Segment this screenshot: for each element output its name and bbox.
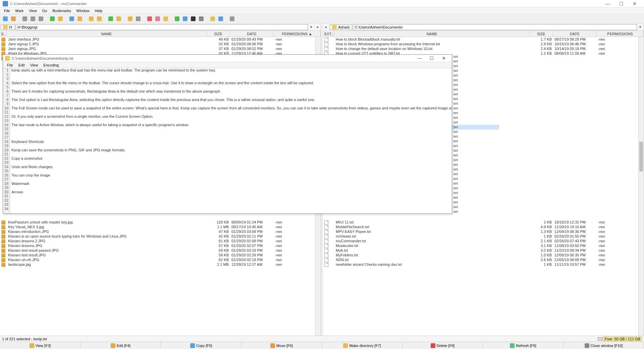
left-nav-back[interactable]: ◂ [315, 25, 320, 29]
editor-close-button[interactable]: ✕ [438, 56, 450, 61]
table-row[interactable]: landscape.jpg 2.1 MB 12/28/19 12:27 AM -… [0, 262, 321, 267]
statusbar: 1 of 221 selected - ksnip.txt Free: 50 G… [0, 336, 644, 342]
toolbar-button-34[interactable] [229, 15, 235, 22]
col-name[interactable]: NAME [334, 31, 530, 37]
menu-mark[interactable]: Mark [13, 8, 26, 13]
editor-menu-edit[interactable]: Edit [16, 63, 28, 67]
cmd-close[interactable]: Close window [F10] [564, 342, 644, 349]
toolbar-button-29[interactable] [198, 15, 205, 22]
editor-menu-file[interactable]: File [4, 63, 16, 67]
toolbar-button-8[interactable] [57, 15, 64, 22]
table-row[interactable]: Klavaro uh-oh.JPG 62 KB 01/29/20 02:18 P… [0, 257, 321, 262]
menu-view[interactable]: View [26, 8, 40, 13]
cmd-make[interactable]: Make directory [F7] [322, 342, 402, 349]
table-row[interactable]: How to change the default save location … [323, 46, 644, 51]
cmd-copy[interactable]: Copy [F5] [161, 342, 241, 349]
toolbar-button-1[interactable] [10, 15, 17, 22]
col-size[interactable]: SIZE [207, 31, 230, 37]
table-row[interactable]: NDN.txt 2.6 KB 12/05/19 08:09 PM -rwx [323, 257, 644, 262]
col-name[interactable]: NAME [7, 31, 207, 37]
toolbar-button-32[interactable] [217, 15, 224, 22]
main-menubar: FileMarkViewGoBookmarksWindowHelp [0, 7, 644, 14]
right-path-input[interactable] [353, 24, 637, 30]
table-row[interactable]: Klavaro is an open source touch typing t… [0, 234, 321, 239]
col-ext[interactable]: EXT.. [323, 31, 334, 37]
table-row[interactable]: KeePassium unlock with master key.jpg 12… [0, 220, 321, 225]
table-row[interactable]: mrViewer.txt 1 KB 02/26/20 01:55 PM -rwx [323, 234, 644, 239]
toolbar-button-17[interactable] [115, 15, 122, 22]
right-drive-selector[interactable]: Ashwin [330, 24, 352, 30]
toolbar-button-31[interactable] [209, 15, 216, 22]
table-row[interactable]: Musikcube.txt 3.1 KB 11/08/19 03:50 PM -… [323, 243, 644, 248]
menu-file[interactable]: File [1, 8, 13, 13]
toolbar-button-7[interactable] [49, 15, 56, 22]
table-row[interactable]: MIUI 11.txt 1 KB 10/16/19 12:32 PM -rwx [323, 220, 644, 225]
toolbar-button-20[interactable] [135, 15, 142, 22]
toolbar-button-27[interactable] [182, 15, 189, 22]
cmd-edit[interactable]: Edit [F4] [80, 342, 161, 349]
table-row[interactable]: Key Visual_NEX 3.jpg 1.1 MB 09/17/19 10:… [0, 225, 321, 229]
minimize-button[interactable]: — [601, 0, 614, 7]
table-row[interactable]: Jami signup 2.JPG 32 KB 01/29/20 08:06 P… [0, 42, 321, 46]
cmd-delete[interactable]: Delete [F8] [402, 342, 483, 349]
left-path-input[interactable] [16, 24, 308, 30]
right-scrollbar[interactable] [638, 37, 644, 336]
toolbar-button-4[interactable] [30, 15, 36, 22]
toolbar-button-16[interactable] [107, 15, 114, 22]
table-row[interactable]: Klavaro lessons.JPG 57 KB 01/29/20 02:07… [0, 243, 321, 248]
toolbar-button-13[interactable] [88, 15, 95, 22]
editor-menu-encoding[interactable]: Encoding [41, 63, 61, 67]
table-row[interactable]: MyFolders.txt 1.0 KB 12/05/19 06:35 PM -… [323, 253, 644, 257]
table-row[interactable]: Klavaro test result.JPG 58 KB 01/29/20 0… [0, 253, 321, 257]
toolbar-button-3[interactable] [21, 15, 28, 22]
editor-maximize-button[interactable]: ☐ [426, 56, 438, 61]
maximize-button[interactable]: ☐ [614, 0, 628, 7]
table-row[interactable]: Mutt.txt 3.2 KB 11/22/19 09:34 PM -rwx [323, 248, 644, 253]
right-nav-dropdown[interactable]: ▾ [638, 25, 643, 29]
col-perm[interactable]: PERMISSIONS [597, 31, 644, 37]
toolbar-button-0[interactable] [2, 15, 9, 22]
table-row[interactable]: Klavaro introduction.JPG 47 KB 01/29/20 … [0, 229, 321, 234]
close-button[interactable]: ✕ [628, 0, 641, 7]
toolbar-button-26[interactable] [174, 15, 180, 22]
col-size[interactable]: SIZE [530, 31, 553, 37]
col-date[interactable]: DATE [230, 31, 274, 37]
toolbar-button-19[interactable] [127, 15, 133, 22]
table-row[interactable]: MPV-EASY Player.txt 1.3 KB 12/04/19 08:3… [323, 229, 644, 234]
toolbar-button-14[interactable] [96, 15, 103, 22]
cmd-view[interactable]: View [F3] [0, 342, 80, 349]
table-row[interactable]: How to block Windows programs from acces… [323, 42, 644, 46]
toolbar-button-28[interactable] [190, 15, 197, 22]
menu-bookmarks[interactable]: Bookmarks [50, 8, 74, 13]
menu-window[interactable]: Window [74, 8, 92, 13]
table-row[interactable]: Jami interface.JPG 49 KB 01/29/20 09:43 … [0, 37, 321, 42]
table-row[interactable]: How to block Blockadblock manually.txt 1… [323, 37, 644, 42]
toolbar-button-22[interactable] [146, 15, 153, 22]
disk-icon [598, 337, 602, 341]
right-nav-forward[interactable]: ▸ [324, 25, 329, 29]
toolbar-button-10[interactable] [68, 15, 75, 22]
editor-text-area[interactable]: ksnip starts up with a mini-interface th… [10, 68, 452, 213]
left-nav-dropdown[interactable]: ▾ [309, 25, 314, 29]
col-ext[interactable]: E.. [0, 31, 7, 37]
toolbar-button-23[interactable] [154, 15, 161, 22]
col-perm[interactable]: PERMISSIONS ▲ [274, 31, 321, 37]
editor-line-gutter: 1234567891011121314151617181920212223242… [3, 68, 10, 213]
menu-go[interactable]: Go [40, 8, 50, 13]
editor-minimize-button[interactable]: — [414, 56, 426, 61]
cmd-refresh[interactable]: Refresh [F9] [483, 342, 564, 349]
toolbar-button-5[interactable] [38, 15, 44, 22]
toolbar-button-11[interactable] [76, 15, 83, 22]
table-row[interactable]: muCommander.txt 2.1 KB 02/26/20 07:43 PM… [323, 239, 644, 243]
table-row[interactable]: Klavaro lessons 2.JPG 61 KB 01/29/20 02:… [0, 239, 321, 243]
cmd-move[interactable]: Move [F6] [241, 342, 322, 349]
left-drive-selector[interactable]: H: [1, 24, 15, 30]
toolbar-button-24[interactable] [162, 15, 169, 22]
editor-menu-view[interactable]: View [28, 63, 41, 67]
table-row[interactable]: MobileFileSearch.txt 4.9 KB 11/20/19 10:… [323, 225, 644, 229]
table-row[interactable]: newfolder wizard Checks naming das txt 1… [323, 262, 644, 267]
menu-help[interactable]: Help [92, 8, 105, 13]
table-row[interactable]: Klavaro test result passed.JPG 59 KB 01/… [0, 248, 321, 253]
table-row[interactable]: Jami signup.JPG 37 KB 01/29/20 08:02 PM … [0, 46, 321, 51]
col-date[interactable]: DATE [553, 31, 597, 37]
